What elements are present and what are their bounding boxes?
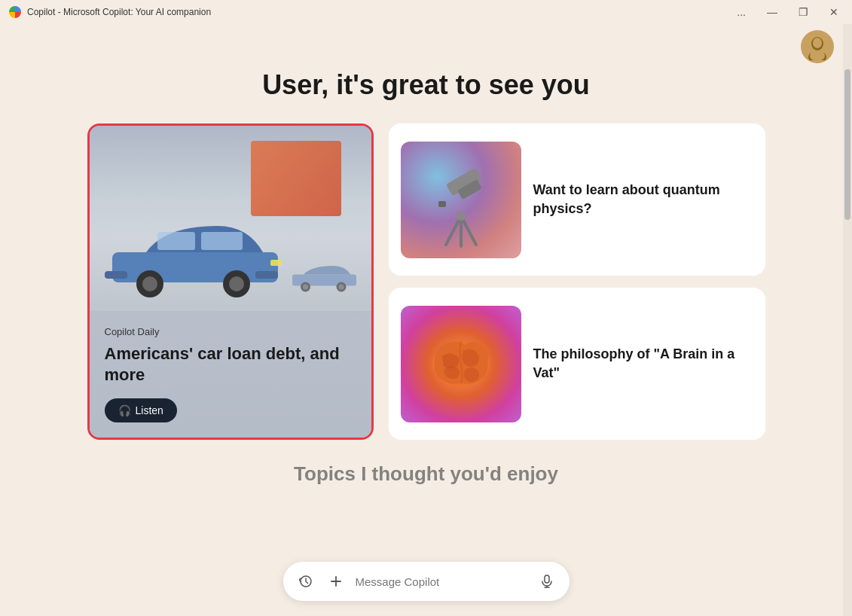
microphone-button[interactable]: [536, 571, 557, 592]
svg-rect-9: [255, 271, 278, 279]
copilot-logo-icon: [9, 6, 21, 18]
titlebar-minimize-button[interactable]: —: [762, 5, 782, 20]
svg-rect-6: [157, 232, 195, 250]
user-avatar[interactable]: [801, 30, 834, 63]
listen-button[interactable]: 🎧 Listen: [105, 398, 177, 422]
svg-rect-14: [270, 260, 282, 266]
brain-scene: [401, 306, 521, 422]
car-illustration: [105, 211, 316, 301]
svg-rect-7: [201, 232, 243, 250]
titlebar-controls: ... — ❐ ✕: [732, 5, 843, 20]
card-main-label: Copilot Daily: [105, 326, 356, 337]
brain-svg: [420, 322, 502, 405]
listen-button-label: Listen: [136, 404, 163, 416]
add-icon: [329, 575, 343, 588]
svg-point-19: [338, 285, 344, 290]
telescope-scene: [401, 142, 521, 258]
card-quantum-text: Want to learn about quantum physics?: [533, 181, 753, 218]
titlebar-left: Copilot - Microsoft Copilot: Your AI com…: [9, 6, 211, 18]
titlebar-title: Copilot - Microsoft Copilot: Your AI com…: [27, 7, 211, 17]
card-main-title: Americans' car loan debt, and more: [105, 343, 356, 386]
svg-point-26: [457, 212, 466, 221]
car-scene: [90, 126, 371, 313]
add-button[interactable]: [325, 571, 347, 592]
microphone-icon: [540, 575, 554, 588]
history-button[interactable]: [295, 571, 316, 592]
telescope-svg: [431, 162, 491, 252]
card-main-content: Copilot Daily Americans' car loan debt, …: [90, 311, 371, 438]
svg-rect-28: [545, 575, 549, 583]
card-quantum[interactable]: Want to learn about quantum physics?: [389, 124, 765, 276]
svg-line-23: [446, 216, 461, 245]
main-content: User, it's great to see you: [0, 24, 852, 616]
history-icon: [299, 575, 313, 588]
titlebar-maximize-button[interactable]: ❐: [794, 5, 813, 20]
message-input[interactable]: [356, 575, 527, 588]
svg-rect-22: [438, 201, 446, 207]
message-bar: [283, 562, 570, 601]
svg-point-13: [229, 276, 244, 291]
cards-container: Copilot Daily Americans' car loan debt, …: [87, 124, 765, 440]
card-brain-text: The philosophy of "A Brain in a Vat": [533, 345, 753, 383]
titlebar-more-button[interactable]: ...: [732, 5, 750, 20]
card-brain[interactable]: The philosophy of "A Brain in a Vat": [389, 288, 765, 440]
car-background: [289, 254, 364, 299]
cards-right: Want to learn about quantum physics?: [389, 124, 765, 440]
greeting-text: User, it's great to see you: [30, 69, 822, 101]
svg-point-11: [142, 276, 157, 291]
svg-rect-8: [105, 271, 127, 279]
svg-point-3: [813, 38, 822, 48]
card-main-daily[interactable]: Copilot Daily Americans' car loan debt, …: [87, 124, 374, 440]
svg-point-17: [303, 285, 308, 290]
svg-line-25: [461, 216, 476, 245]
card-brain-image: [401, 306, 521, 422]
card-quantum-image: [401, 142, 521, 258]
topics-heading: Topics I thought you'd enjoy: [30, 462, 822, 486]
svg-rect-5: [112, 252, 278, 282]
titlebar-close-button[interactable]: ✕: [825, 5, 843, 20]
titlebar: Copilot - Microsoft Copilot: Your AI com…: [0, 0, 852, 24]
card-main-image: [90, 126, 371, 313]
headphones-icon: 🎧: [118, 404, 131, 416]
background-wall: [251, 141, 341, 216]
greeting-section: User, it's great to see you: [30, 24, 822, 124]
